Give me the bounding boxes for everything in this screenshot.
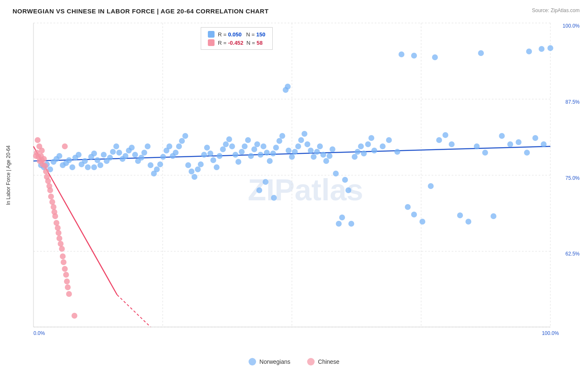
svg-point-118 bbox=[368, 135, 374, 141]
svg-point-83 bbox=[258, 152, 263, 158]
svg-point-100 bbox=[311, 154, 317, 160]
svg-point-30 bbox=[91, 151, 97, 156]
svg-point-172 bbox=[55, 225, 61, 231]
svg-point-71 bbox=[220, 146, 226, 152]
svg-point-160 bbox=[42, 163, 48, 169]
svg-point-38 bbox=[116, 150, 122, 156]
svg-point-104 bbox=[323, 158, 329, 164]
x-label-0: 0.0% bbox=[33, 330, 45, 336]
svg-point-46 bbox=[141, 150, 147, 156]
svg-point-117 bbox=[365, 141, 371, 147]
svg-point-159 bbox=[41, 156, 47, 162]
svg-point-151 bbox=[256, 187, 262, 193]
svg-point-82 bbox=[254, 141, 260, 147]
svg-point-81 bbox=[251, 146, 257, 152]
svg-point-182 bbox=[65, 284, 71, 290]
svg-point-99 bbox=[308, 148, 314, 153]
svg-point-152 bbox=[91, 164, 97, 170]
svg-point-111 bbox=[345, 187, 351, 193]
svg-point-149 bbox=[263, 179, 268, 185]
chart-title: NORWEGIAN VS CHINESE IN LABOR FORCE | AG… bbox=[13, 8, 268, 15]
svg-point-124 bbox=[411, 212, 417, 217]
svg-point-102 bbox=[317, 143, 323, 149]
svg-point-89 bbox=[276, 138, 282, 144]
svg-point-187 bbox=[39, 148, 45, 153]
svg-point-148 bbox=[285, 84, 291, 89]
svg-point-56 bbox=[173, 150, 179, 156]
y-axis-title: In Labor Force | Age 20-64 bbox=[5, 145, 11, 205]
svg-point-74 bbox=[229, 143, 235, 149]
x-label-100: 100.0% bbox=[542, 330, 559, 336]
svg-point-23 bbox=[69, 164, 75, 170]
svg-point-50 bbox=[154, 166, 160, 172]
svg-point-47 bbox=[145, 143, 151, 149]
svg-point-179 bbox=[62, 266, 68, 272]
svg-point-141 bbox=[547, 45, 553, 51]
svg-point-27 bbox=[82, 158, 88, 164]
svg-point-60 bbox=[185, 162, 191, 168]
legend-label-norwegian: Norwegians bbox=[259, 358, 290, 365]
svg-point-109 bbox=[339, 215, 345, 220]
svg-point-31 bbox=[95, 157, 100, 163]
svg-point-115 bbox=[358, 143, 364, 149]
svg-point-25 bbox=[76, 152, 82, 158]
svg-point-114 bbox=[355, 149, 360, 155]
svg-point-85 bbox=[264, 150, 270, 156]
svg-point-87 bbox=[270, 151, 276, 156]
svg-point-66 bbox=[204, 145, 210, 151]
svg-point-146 bbox=[411, 53, 417, 59]
svg-point-166 bbox=[48, 194, 54, 199]
svg-point-145 bbox=[399, 51, 404, 57]
svg-point-59 bbox=[182, 133, 188, 139]
svg-point-92 bbox=[286, 148, 291, 153]
svg-point-68 bbox=[210, 157, 216, 163]
svg-point-142 bbox=[539, 46, 545, 52]
svg-point-22 bbox=[66, 157, 72, 163]
svg-point-120 bbox=[380, 143, 386, 149]
svg-point-65 bbox=[201, 152, 207, 158]
svg-point-28 bbox=[85, 164, 91, 170]
svg-point-129 bbox=[449, 141, 455, 147]
svg-point-180 bbox=[63, 272, 69, 278]
svg-point-173 bbox=[56, 230, 61, 236]
svg-point-58 bbox=[179, 138, 185, 144]
svg-point-183 bbox=[66, 291, 72, 297]
svg-point-96 bbox=[298, 137, 304, 143]
svg-point-88 bbox=[273, 145, 279, 151]
svg-point-63 bbox=[195, 166, 201, 172]
svg-point-144 bbox=[478, 50, 484, 56]
legend-label-chinese: Chinese bbox=[318, 358, 339, 365]
svg-point-80 bbox=[248, 153, 254, 159]
svg-point-78 bbox=[242, 143, 248, 149]
svg-point-135 bbox=[499, 133, 505, 139]
svg-point-181 bbox=[64, 278, 70, 284]
svg-point-119 bbox=[371, 148, 377, 153]
chart-svg bbox=[33, 23, 550, 327]
svg-point-101 bbox=[314, 149, 320, 155]
y-label-75: 75.0% bbox=[552, 175, 580, 181]
svg-point-52 bbox=[160, 154, 166, 160]
svg-point-184 bbox=[72, 313, 77, 319]
svg-point-138 bbox=[524, 150, 530, 156]
legend-color-norwegian bbox=[248, 358, 256, 365]
svg-point-77 bbox=[239, 149, 245, 155]
svg-point-48 bbox=[148, 162, 153, 168]
svg-point-94 bbox=[292, 149, 298, 155]
svg-point-97 bbox=[302, 131, 307, 137]
y-label-100: 100.0% bbox=[552, 23, 580, 29]
svg-point-174 bbox=[56, 235, 62, 241]
svg-point-137 bbox=[516, 139, 522, 145]
svg-point-90 bbox=[279, 133, 285, 139]
svg-point-134 bbox=[491, 213, 496, 219]
svg-point-167 bbox=[49, 199, 55, 205]
svg-point-61 bbox=[189, 169, 194, 174]
svg-point-64 bbox=[198, 161, 204, 167]
svg-point-95 bbox=[295, 143, 301, 149]
svg-point-126 bbox=[428, 183, 434, 189]
svg-point-147 bbox=[432, 54, 438, 60]
svg-point-45 bbox=[138, 155, 144, 161]
svg-point-86 bbox=[267, 158, 273, 164]
svg-point-178 bbox=[61, 259, 66, 265]
legend-item-chinese: Chinese bbox=[307, 358, 339, 365]
svg-point-42 bbox=[129, 145, 135, 151]
